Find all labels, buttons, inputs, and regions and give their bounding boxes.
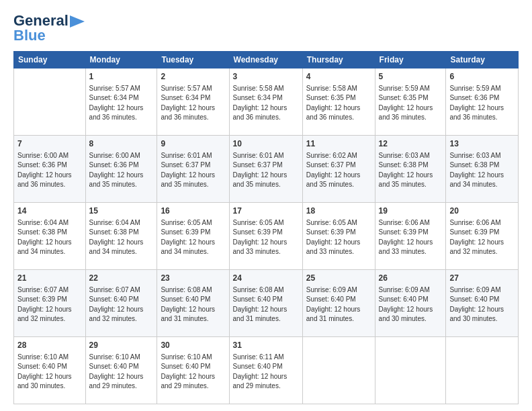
header-friday: Friday	[375, 52, 446, 68]
day-info: Sunrise: 6:09 AMSunset: 6:40 PMDaylight:…	[449, 285, 515, 324]
calendar-cell: 1Sunrise: 5:57 AMSunset: 6:34 PMDaylight…	[85, 68, 157, 136]
day-info: Sunrise: 6:05 AMSunset: 6:39 PMDaylight:…	[233, 218, 299, 257]
day-number: 8	[89, 138, 154, 150]
header-thursday: Thursday	[302, 52, 375, 68]
day-info: Sunrise: 6:09 AMSunset: 6:40 PMDaylight:…	[306, 285, 371, 324]
calendar-cell	[14, 68, 86, 136]
calendar-cell: 4Sunrise: 5:58 AMSunset: 6:35 PMDaylight…	[302, 68, 375, 136]
day-info: Sunrise: 6:02 AMSunset: 6:37 PMDaylight:…	[306, 151, 371, 190]
header-tuesday: Tuesday	[157, 52, 229, 68]
day-number: 26	[379, 273, 443, 284]
day-number: 28	[17, 340, 82, 351]
day-info: Sunrise: 6:05 AMSunset: 6:39 PMDaylight:…	[161, 218, 225, 257]
day-info: Sunrise: 6:07 AMSunset: 6:40 PMDaylight:…	[89, 285, 154, 324]
day-number: 25	[306, 273, 371, 284]
day-info: Sunrise: 6:07 AMSunset: 6:39 PMDaylight:…	[17, 285, 82, 324]
day-info: Sunrise: 5:58 AMSunset: 6:34 PMDaylight:…	[233, 84, 299, 123]
day-number: 13	[449, 138, 515, 150]
day-info: Sunrise: 6:00 AMSunset: 6:36 PMDaylight:…	[89, 151, 154, 190]
svg-marker-0	[70, 15, 85, 28]
day-number: 20	[449, 205, 515, 217]
day-info: Sunrise: 6:01 AMSunset: 6:37 PMDaylight:…	[233, 151, 299, 190]
calendar-cell: 17Sunrise: 6:05 AMSunset: 6:39 PMDayligh…	[229, 203, 302, 270]
calendar-cell	[446, 337, 519, 404]
day-info: Sunrise: 6:11 AMSunset: 6:40 PMDaylight:…	[233, 353, 299, 392]
day-number: 23	[161, 273, 225, 284]
day-info: Sunrise: 6:00 AMSunset: 6:36 PMDaylight:…	[17, 151, 82, 190]
day-info: Sunrise: 6:10 AMSunset: 6:40 PMDaylight:…	[89, 353, 154, 392]
calendar-cell: 13Sunrise: 6:03 AMSunset: 6:38 PMDayligh…	[446, 136, 519, 203]
calendar-cell: 22Sunrise: 6:07 AMSunset: 6:40 PMDayligh…	[85, 270, 157, 337]
day-number: 12	[379, 138, 443, 150]
calendar-cell: 21Sunrise: 6:07 AMSunset: 6:39 PMDayligh…	[14, 270, 86, 337]
day-info: Sunrise: 6:08 AMSunset: 6:40 PMDaylight:…	[233, 285, 299, 324]
day-number: 24	[233, 273, 299, 284]
calendar-cell: 8Sunrise: 6:00 AMSunset: 6:36 PMDaylight…	[85, 136, 157, 203]
day-info: Sunrise: 6:06 AMSunset: 6:39 PMDaylight:…	[449, 218, 515, 257]
day-number: 2	[161, 71, 225, 83]
calendar-cell: 6Sunrise: 5:59 AMSunset: 6:36 PMDaylight…	[446, 68, 519, 136]
day-info: Sunrise: 5:59 AMSunset: 6:35 PMDaylight:…	[379, 84, 443, 123]
day-number: 1	[89, 71, 154, 83]
calendar-cell: 5Sunrise: 5:59 AMSunset: 6:35 PMDaylight…	[375, 68, 446, 136]
day-info: Sunrise: 6:04 AMSunset: 6:38 PMDaylight:…	[17, 218, 82, 257]
day-number: 7	[17, 138, 82, 150]
logo-blue: Blue	[13, 27, 46, 44]
week-row-3: 14Sunrise: 6:04 AMSunset: 6:38 PMDayligh…	[14, 203, 519, 270]
day-info: Sunrise: 5:59 AMSunset: 6:36 PMDaylight:…	[449, 84, 515, 123]
calendar-cell: 23Sunrise: 6:08 AMSunset: 6:40 PMDayligh…	[157, 270, 229, 337]
day-number: 3	[233, 71, 299, 83]
header-saturday: Saturday	[446, 52, 519, 68]
day-info: Sunrise: 6:04 AMSunset: 6:38 PMDaylight:…	[89, 218, 154, 257]
day-info: Sunrise: 5:57 AMSunset: 6:34 PMDaylight:…	[89, 84, 154, 123]
calendar-cell: 2Sunrise: 5:57 AMSunset: 6:34 PMDaylight…	[157, 68, 229, 136]
day-number: 4	[306, 71, 371, 83]
day-number: 27	[449, 273, 515, 284]
calendar-cell: 12Sunrise: 6:03 AMSunset: 6:38 PMDayligh…	[375, 136, 446, 203]
day-info: Sunrise: 6:08 AMSunset: 6:40 PMDaylight:…	[161, 285, 225, 324]
day-number: 16	[161, 205, 225, 217]
logo-icon	[70, 15, 85, 28]
day-number: 31	[233, 340, 299, 351]
calendar-cell: 15Sunrise: 6:04 AMSunset: 6:38 PMDayligh…	[85, 203, 157, 270]
header: General Blue	[13, 12, 519, 44]
calendar-cell: 7Sunrise: 6:00 AMSunset: 6:36 PMDaylight…	[14, 136, 86, 203]
week-row-5: 28Sunrise: 6:10 AMSunset: 6:40 PMDayligh…	[14, 337, 519, 404]
day-number: 19	[379, 205, 443, 217]
day-number: 29	[89, 340, 154, 351]
day-info: Sunrise: 6:10 AMSunset: 6:40 PMDaylight:…	[17, 353, 82, 392]
header-sunday: Sunday	[14, 52, 86, 68]
day-number: 11	[306, 138, 371, 150]
day-number: 21	[17, 273, 82, 284]
calendar-cell: 11Sunrise: 6:02 AMSunset: 6:37 PMDayligh…	[302, 136, 375, 203]
day-number: 10	[233, 138, 299, 150]
day-number: 18	[306, 205, 371, 217]
calendar-cell: 18Sunrise: 6:05 AMSunset: 6:39 PMDayligh…	[302, 203, 375, 270]
calendar-cell: 29Sunrise: 6:10 AMSunset: 6:40 PMDayligh…	[85, 337, 157, 404]
day-info: Sunrise: 6:06 AMSunset: 6:39 PMDaylight:…	[379, 218, 443, 257]
calendar-cell: 25Sunrise: 6:09 AMSunset: 6:40 PMDayligh…	[302, 270, 375, 337]
calendar-cell: 14Sunrise: 6:04 AMSunset: 6:38 PMDayligh…	[14, 203, 86, 270]
calendar-cell: 3Sunrise: 5:58 AMSunset: 6:34 PMDaylight…	[229, 68, 302, 136]
week-row-4: 21Sunrise: 6:07 AMSunset: 6:39 PMDayligh…	[14, 270, 519, 337]
calendar-cell: 9Sunrise: 6:01 AMSunset: 6:37 PMDaylight…	[157, 136, 229, 203]
logo: General Blue	[13, 12, 85, 44]
day-info: Sunrise: 5:58 AMSunset: 6:35 PMDaylight:…	[306, 84, 371, 123]
day-info: Sunrise: 6:03 AMSunset: 6:38 PMDaylight:…	[449, 151, 515, 190]
week-row-2: 7Sunrise: 6:00 AMSunset: 6:36 PMDaylight…	[14, 136, 519, 203]
calendar-cell: 26Sunrise: 6:09 AMSunset: 6:40 PMDayligh…	[375, 270, 446, 337]
day-number: 14	[17, 205, 82, 217]
day-info: Sunrise: 6:03 AMSunset: 6:38 PMDaylight:…	[379, 151, 443, 190]
day-info: Sunrise: 5:57 AMSunset: 6:34 PMDaylight:…	[161, 84, 225, 123]
week-row-1: 1Sunrise: 5:57 AMSunset: 6:34 PMDaylight…	[14, 68, 519, 136]
calendar-cell: 20Sunrise: 6:06 AMSunset: 6:39 PMDayligh…	[446, 203, 519, 270]
day-info: Sunrise: 6:10 AMSunset: 6:40 PMDaylight:…	[161, 353, 225, 392]
day-number: 6	[449, 71, 515, 83]
calendar-cell: 24Sunrise: 6:08 AMSunset: 6:40 PMDayligh…	[229, 270, 302, 337]
day-number: 22	[89, 273, 154, 284]
calendar-table: SundayMondayTuesdayWednesdayThursdayFrid…	[13, 51, 519, 404]
page: General Blue SundayMondayTuesdayWednesda…	[0, 0, 532, 411]
calendar-cell: 19Sunrise: 6:06 AMSunset: 6:39 PMDayligh…	[375, 203, 446, 270]
calendar-cell	[302, 337, 375, 404]
day-number: 30	[161, 340, 225, 351]
